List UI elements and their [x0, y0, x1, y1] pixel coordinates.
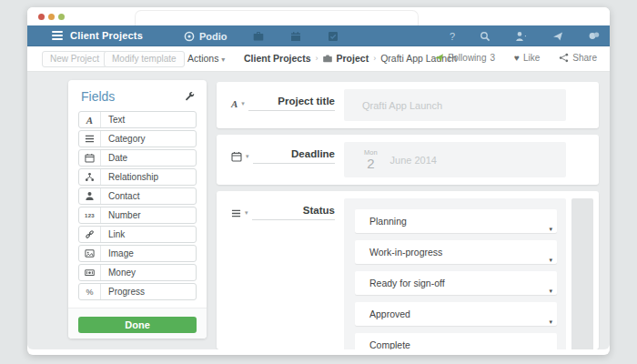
field-type-relationship[interactable]: Relationship [78, 168, 197, 186]
swatch-caret-icon: ▾ [549, 288, 552, 295]
browser-chrome [27, 7, 610, 25]
zoom-window-button[interactable] [58, 14, 65, 20]
workspace-title[interactable]: Client Projects [70, 30, 143, 41]
field-type-link[interactable]: Link [78, 226, 197, 243]
like-button[interactable]: ♥ Like [514, 53, 540, 63]
fields-palette: Fields A Text Category [68, 80, 207, 339]
date-field-icon [231, 151, 242, 164]
palette-items: A Text Category Date [68, 111, 207, 300]
briefcase-icon[interactable] [253, 30, 265, 42]
category-field-icon [79, 131, 101, 147]
swatch-caret-icon: ▾ [549, 257, 552, 264]
modify-template-button[interactable]: Modify template [104, 51, 185, 67]
relationship-field-icon [79, 169, 101, 185]
menu-icon[interactable] [52, 31, 63, 40]
app-content: Fields A Text Category [27, 72, 610, 349]
field-label-input[interactable]: Status [252, 205, 335, 220]
browser-tab[interactable] [135, 10, 419, 25]
date-field-icon [79, 150, 101, 166]
notifications-icon[interactable] [552, 31, 563, 42]
user-menu-icon[interactable] [515, 31, 528, 42]
tasks-check-icon[interactable] [328, 30, 339, 42]
deadline-date-badge[interactable]: Mon 2 [364, 149, 378, 171]
app-topbar: Client Projects Podio ? [27, 25, 610, 46]
field-type-category[interactable]: Category [78, 130, 197, 147]
contact-field-icon [79, 188, 101, 204]
done-button[interactable]: Done [78, 317, 197, 333]
palette-title: Fields [81, 89, 115, 104]
field-type-money[interactable]: Money [78, 264, 197, 281]
field-settings-caret-icon[interactable]: ▾ [246, 153, 249, 164]
field-type-progress[interactable]: % Progress [78, 283, 197, 300]
project-title-placeholder: Qrafti App Launch [344, 89, 566, 121]
following-icon [434, 53, 444, 63]
heart-icon: ♥ [514, 53, 520, 63]
app-icon [323, 55, 332, 63]
field-card-status: ▾ Status Planning ▾ Work-in-progress ▾ R… [217, 191, 599, 349]
item-toolbar: New Project Modify template Actions ▾ Cl… [27, 46, 610, 72]
field-settings-caret-icon[interactable]: ▾ [241, 100, 245, 111]
breadcrumb-app[interactable]: Client Projects [244, 53, 311, 64]
chevron-down-icon: ▾ [221, 56, 225, 64]
field-type-text[interactable]: A Text [78, 111, 197, 128]
field-type-number[interactable]: 123 Number [78, 207, 197, 224]
field-type-contact[interactable]: Contact [78, 187, 197, 205]
wrench-icon[interactable] [184, 91, 195, 102]
calendar-icon[interactable] [290, 30, 302, 42]
progress-field-icon: % [79, 284, 101, 299]
swatch-caret-icon: ▾ [549, 318, 552, 326]
browser-window: Client Projects Podio ? [27, 7, 610, 355]
following-button[interactable]: Following 3 [434, 53, 495, 63]
deadline-value-area: Mon 2 June 2014 [344, 142, 566, 177]
project-title-value-area[interactable]: Qrafti App Launch [344, 89, 566, 121]
minimize-window-button[interactable] [48, 14, 55, 20]
actions-menu[interactable]: Actions ▾ [187, 53, 225, 64]
money-field-icon [79, 265, 101, 280]
text-field-icon: A [231, 98, 238, 111]
breadcrumb: Client Projects › Project › Qrafti App L… [244, 53, 457, 64]
status-option-row[interactable]: Planning ▾ [355, 209, 557, 233]
number-field-icon: 123 [79, 207, 101, 223]
field-label-input[interactable]: Deadline [253, 148, 335, 164]
breadcrumb-item-type[interactable]: Project [337, 53, 369, 64]
field-card-project-title: A ▾ Project title Qrafti App Launch [217, 82, 599, 128]
close-window-button[interactable] [38, 14, 45, 20]
status-option-row[interactable]: Complete ▾ [355, 333, 557, 349]
category-field-icon [231, 208, 241, 220]
image-field-icon [79, 246, 101, 261]
field-settings-caret-icon[interactable]: ▾ [245, 209, 248, 220]
status-option-row[interactable]: Work-in-progress ▾ [355, 240, 557, 264]
field-type-image[interactable]: Image [78, 245, 197, 262]
share-icon [559, 53, 569, 63]
chat-icon[interactable] [588, 31, 601, 42]
swatch-caret-icon: ▾ [549, 226, 552, 233]
status-option-row[interactable]: Ready for sign-off ▾ [355, 271, 557, 295]
share-button[interactable]: Share [559, 53, 597, 63]
text-field-icon: A [79, 112, 101, 127]
search-icon[interactable] [480, 31, 490, 42]
status-option-row[interactable]: Approved ▾ [355, 302, 557, 326]
help-icon[interactable]: ? [450, 31, 455, 42]
podio-logo-icon [184, 31, 195, 42]
field-card-deadline: ▾ Deadline Mon 2 June 2014 [217, 135, 599, 185]
scrollbar-track[interactable] [571, 198, 593, 349]
podio-logo[interactable]: Podio [184, 31, 228, 42]
status-options-list: Planning ▾ Work-in-progress ▾ Ready for … [344, 198, 566, 349]
status-value-area: Planning ▾ Work-in-progress ▾ Ready for … [344, 198, 566, 349]
deadline-month-year: June 2014 [390, 155, 437, 166]
field-label-input[interactable]: Project title [248, 96, 335, 111]
palette-footer: Done [68, 308, 207, 339]
following-count: 3 [490, 53, 495, 63]
field-type-date[interactable]: Date [78, 149, 197, 167]
link-field-icon [79, 227, 101, 242]
new-project-button[interactable]: New Project [42, 51, 107, 67]
